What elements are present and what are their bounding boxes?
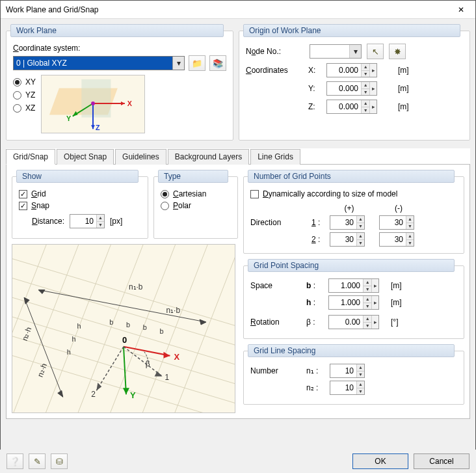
legend-type: Type <box>158 170 228 183</box>
input-d1-minus[interactable]: ▲▼ <box>379 215 414 230</box>
check-snap[interactable]: Snap <box>19 201 141 210</box>
group-grid-spacing: Grid Point Spacing Space b : ▲▼▸ [m] h :… <box>243 259 464 339</box>
step-up-icon[interactable]: ▲ <box>362 64 369 71</box>
step-down-icon[interactable]: ▼ <box>364 286 371 293</box>
input-origin-y[interactable]: ▲▼▸ <box>326 81 377 96</box>
input-spacing-b[interactable]: ▲▼▸ <box>328 278 379 293</box>
step-down-icon[interactable]: ▼ <box>97 222 104 228</box>
step-up-icon[interactable]: ▲ <box>406 216 414 223</box>
input-origin-x[interactable]: ▲▼▸ <box>326 63 377 77</box>
edit-button[interactable]: ✎ <box>29 453 46 469</box>
svg-text:0: 0 <box>122 335 127 345</box>
legend-grid-points: Number of Grid Points <box>248 170 455 183</box>
new-node-button[interactable]: ✸ <box>389 44 406 59</box>
input-rotation-beta[interactable]: ▲▼▸ <box>328 315 379 329</box>
label-z: Z: <box>308 102 323 111</box>
pick-node-button[interactable]: ↖ <box>367 44 384 59</box>
step-up-icon[interactable]: ▲ <box>364 316 371 323</box>
unit-b: [m] <box>391 281 410 290</box>
radio-yz[interactable]: YZ <box>13 90 36 100</box>
step-up-icon[interactable]: ▲ <box>362 100 369 107</box>
step-down-icon[interactable]: ▼ <box>362 89 369 96</box>
svg-text:n₂·h: n₂·h <box>36 362 49 378</box>
workplane-preview: X Y Z <box>41 75 145 133</box>
step-down-icon[interactable]: ▼ <box>357 240 364 247</box>
radio-xy[interactable]: XY <box>13 77 36 87</box>
unit-z: [m] <box>398 102 416 111</box>
input-n1[interactable]: ▲▼ <box>330 364 365 378</box>
tab-guidelines[interactable]: Guidelines <box>115 149 166 165</box>
input-n2[interactable]: ▲▼ <box>330 381 365 395</box>
step-down-icon[interactable]: ▼ <box>362 71 369 77</box>
step-up-icon[interactable]: ▲ <box>406 233 414 240</box>
svg-line-19 <box>12 245 83 412</box>
step-indicator-icon[interactable]: ▸ <box>371 279 378 292</box>
tab-gridsnap[interactable]: Grid/Snap <box>6 149 55 165</box>
label-n2: n₂ : <box>306 383 326 392</box>
unit-beta: [°] <box>391 318 410 327</box>
help-button[interactable]: ❔ <box>7 453 23 469</box>
svg-rect-1 <box>81 79 111 118</box>
combo-coord-system[interactable]: 0 | Global XYZ ▾ <box>13 56 185 70</box>
input-distance[interactable]: ▲▼ <box>70 214 105 228</box>
step-up-icon[interactable]: ▲ <box>362 82 369 89</box>
legend-gridline-spacing: Grid Line Spacing <box>248 344 455 357</box>
group-work-plane: Work Plane CCoordinate system:oordinate … <box>6 24 233 141</box>
preview-svg: X Y Z <box>42 75 144 133</box>
step-down-icon[interactable]: ▼ <box>406 223 414 230</box>
step-down-icon[interactable]: ▼ <box>357 388 364 395</box>
step-down-icon[interactable]: ▼ <box>364 303 371 310</box>
input-d2-plus[interactable]: ▲▼ <box>330 232 365 247</box>
step-down-icon[interactable]: ▼ <box>406 240 414 247</box>
step-indicator-icon[interactable]: ▸ <box>371 316 378 329</box>
units-button[interactable]: ⛁ <box>51 453 68 469</box>
step-indicator-icon[interactable]: ▸ <box>371 296 378 309</box>
tab-linegrids[interactable]: Line Grids <box>250 149 300 165</box>
input-d2-minus[interactable]: ▲▼ <box>379 232 414 247</box>
radio-cartesian[interactable]: Cartesian <box>161 189 231 198</box>
input-d1-plus[interactable]: ▲▼ <box>330 215 365 230</box>
step-down-icon[interactable]: ▼ <box>357 223 364 230</box>
step-indicator-icon[interactable]: ▸ <box>369 64 377 77</box>
label-plus: (+) <box>330 204 369 213</box>
label-node-no: Node No.: <box>246 47 304 56</box>
check-grid[interactable]: Grid <box>19 189 141 198</box>
step-up-icon[interactable]: ▲ <box>357 233 364 240</box>
combo-node-no[interactable]: ▾ <box>310 44 362 59</box>
step-up-icon[interactable]: ▲ <box>364 296 371 303</box>
input-spacing-h[interactable]: ▲▼▸ <box>328 295 379 310</box>
label-coordinates: Coordinates <box>246 66 304 75</box>
step-up-icon[interactable]: ▲ <box>357 364 364 372</box>
svg-text:X: X <box>127 100 133 107</box>
titlebar: Work Plane and Grid/Snap ✕ <box>1 1 475 19</box>
ok-button[interactable]: OK <box>352 453 408 469</box>
radio-xz[interactable]: XZ <box>13 103 36 113</box>
step-indicator-icon[interactable]: ▸ <box>369 100 377 113</box>
step-indicator-icon[interactable]: ▸ <box>369 82 377 95</box>
library-coord-button[interactable]: 📚 <box>209 55 226 71</box>
svg-text:h: h <box>72 335 76 343</box>
step-down-icon[interactable]: ▼ <box>364 323 371 329</box>
edit-icon: ✎ <box>34 457 41 466</box>
svg-text:Y: Y <box>130 390 136 400</box>
svg-text:b: b <box>160 327 164 335</box>
tab-bglayers[interactable]: Background Layers <box>168 149 249 165</box>
cancel-button[interactable]: Cancel <box>414 453 469 469</box>
unit-y: [m] <box>398 84 416 93</box>
step-up-icon[interactable]: ▲ <box>357 216 364 223</box>
label-n1: n₁ : <box>306 366 326 375</box>
step-down-icon[interactable]: ▼ <box>357 372 364 378</box>
tab-objectsnap[interactable]: Object Snap <box>57 149 114 165</box>
step-up-icon[interactable]: ▲ <box>357 381 364 388</box>
check-dynamic[interactable]: Dynamically according to size of model <box>250 189 457 198</box>
new-coord-button[interactable]: 📁 <box>189 55 205 71</box>
step-up-icon[interactable]: ▲ <box>97 215 104 222</box>
group-grid-points: Number of Grid Points Dynamically accord… <box>243 170 464 254</box>
close-button[interactable]: ✕ <box>447 1 475 19</box>
input-origin-z[interactable]: ▲▼▸ <box>326 100 377 114</box>
step-up-icon[interactable]: ▲ <box>364 279 371 286</box>
label-y: Y: <box>308 84 323 93</box>
radio-polar[interactable]: Polar <box>161 201 231 210</box>
legend-grid-spacing: Grid Point Spacing <box>248 259 455 272</box>
step-down-icon[interactable]: ▼ <box>362 107 369 114</box>
